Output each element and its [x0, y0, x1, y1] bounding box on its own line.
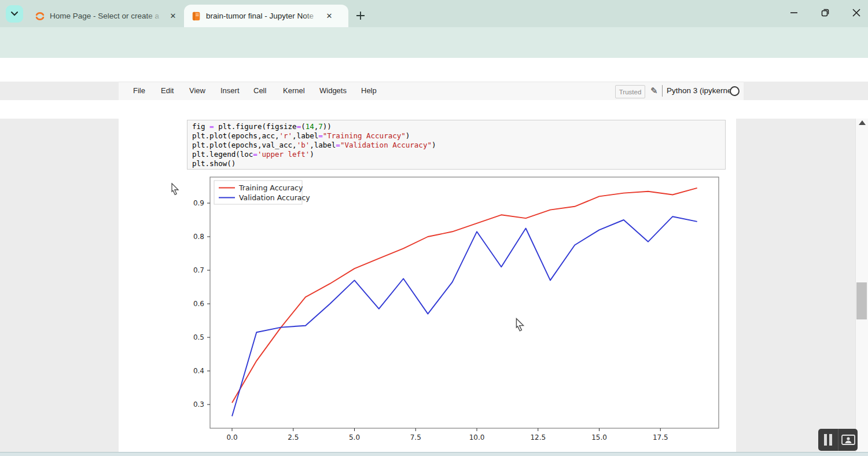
notebook-container: fig = plt.figure(figsize=(14,7))plt.plot… — [119, 119, 736, 453]
x-tick-label: 12.5 — [530, 433, 546, 440]
menu-insert[interactable]: Insert — [220, 86, 240, 95]
menu-kernel[interactable]: Kernel — [283, 86, 305, 95]
x-tick-label: 7.5 — [410, 433, 421, 440]
chevron-down-icon — [11, 12, 18, 16]
pause-recording-button[interactable] — [818, 429, 838, 451]
browser-tab-home[interactable]: Home Page - Select or create a ✕ — [28, 5, 183, 27]
plus-icon — [356, 11, 365, 20]
menu-cell[interactable]: Cell — [253, 86, 266, 95]
y-tick-label: 0.7 — [193, 266, 204, 274]
scrollbar-up-icon[interactable] — [859, 120, 866, 125]
window-controls — [786, 5, 865, 21]
y-tick-label: 0.4 — [193, 367, 204, 375]
tab-title: Home Page - Select or create a — [50, 12, 163, 20]
y-tick-label: 0.3 — [193, 400, 204, 409]
code-line: plt.show() — [192, 159, 436, 168]
browser-tab-notebook-active[interactable]: brain-tumor final - Jupyter Note ✕ — [184, 5, 348, 27]
code-line: plt.plot(epochs,acc,'r',label="Training … — [192, 131, 436, 141]
x-tick-label: 0.0 — [226, 433, 237, 440]
new-tab-button[interactable] — [354, 9, 367, 22]
pause-icon — [824, 434, 827, 446]
menu-help[interactable]: Help — [361, 86, 377, 95]
code-line: fig = plt.figure(figsize=(14,7)) — [192, 122, 436, 131]
menu-view[interactable]: View — [189, 86, 205, 95]
cell-output-figure: 0.02.55.07.510.012.515.017.50.30.40.50.6… — [176, 175, 723, 440]
y-tick-label: 0.6 — [193, 300, 204, 308]
maximize-icon[interactable] — [817, 5, 833, 21]
x-tick-label: 2.5 — [288, 433, 299, 440]
notebook-book-icon — [191, 11, 201, 21]
minimize-icon[interactable] — [786, 5, 802, 21]
camera-pip-button[interactable] — [838, 429, 858, 451]
scrollbar-thumb[interactable] — [856, 282, 867, 319]
menu-widgets[interactable]: Widgets — [319, 86, 347, 95]
kernel-status-icon — [730, 86, 740, 96]
kernel-name[interactable]: Python 3 (ipykernel) — [667, 86, 736, 95]
jupyter-header: jupyter brain-tumor final Last Checkpoin… — [0, 58, 868, 82]
picture-in-picture-icon — [841, 435, 855, 445]
tab-title: brain-tumor final - Jupyter Note — [206, 12, 319, 20]
y-tick-label: 0.9 — [193, 199, 204, 207]
pause-icon — [829, 434, 832, 446]
tab-search-button[interactable] — [6, 5, 23, 23]
code-line: plt.legend(loc='upper left') — [192, 150, 436, 159]
x-tick-label: 5.0 — [349, 433, 360, 440]
axes-frame — [210, 177, 719, 428]
browser-toolbar: localhost:8888/notebooks/brain-tumor%20f… — [0, 27, 868, 58]
tab-close-button[interactable]: ✕ — [324, 11, 334, 21]
menu-edit[interactable]: Edit — [161, 86, 174, 95]
legend-label: Validation Accuracy — [239, 193, 310, 202]
jupyter-menubar — [119, 82, 744, 101]
x-tick-label: 10.0 — [469, 433, 485, 440]
legend-label: Training Accuracy — [238, 183, 303, 192]
kernel-separator — [662, 85, 663, 97]
code-editor[interactable]: fig = plt.figure(figsize=(14,7))plt.plot… — [192, 122, 436, 168]
edit-pencil-icon[interactable]: ✎ — [650, 86, 658, 96]
menu-file[interactable]: File — [133, 86, 145, 95]
accuracy-chart: 0.02.55.07.510.012.515.017.50.30.40.50.6… — [176, 175, 723, 440]
bottom-edge-strip — [0, 452, 868, 456]
x-tick-label: 17.5 — [653, 433, 668, 440]
code-line: plt.plot(epochs,val_acc,'b',label="Valid… — [192, 141, 436, 150]
notebook-page: fig = plt.figure(figsize=(14,7))plt.plot… — [0, 119, 868, 453]
y-tick-label: 0.5 — [193, 333, 204, 341]
recorder-overlay — [818, 429, 858, 451]
y-tick-label: 0.8 — [193, 233, 204, 241]
trusted-badge: Trusted — [615, 85, 645, 98]
x-tick-label: 15.0 — [591, 433, 607, 440]
code-cell-input[interactable]: fig = plt.figure(figsize=(14,7))plt.plot… — [187, 120, 726, 170]
close-icon[interactable] — [848, 5, 865, 21]
tab-close-button[interactable]: ✕ — [168, 11, 178, 21]
screen: Home Page - Select or create a ✕ brain-t… — [0, 0, 868, 456]
jupyter-favicon-icon — [35, 11, 45, 21]
browser-tab-strip: Home Page - Select or create a ✕ brain-t… — [0, 0, 868, 27]
jupyter-toolbar: + ✂ ↑ ↓ ▶ Run ■ — [0, 100, 868, 119]
